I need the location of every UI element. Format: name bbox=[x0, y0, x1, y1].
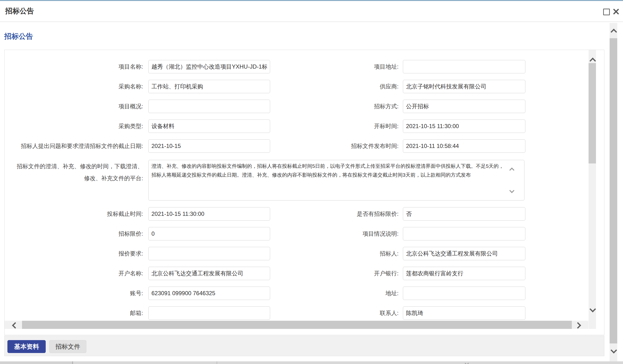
tender-announcement-modal: 招标公告 招标公告 项目名称:采购名称:项目概况:采购类型:招标人提出问题和要求… bbox=[0, 0, 623, 364]
horizontal-scrollbar-thumb[interactable] bbox=[22, 321, 572, 329]
email-input[interactable] bbox=[148, 306, 270, 320]
account-number-label: 账号: bbox=[12, 286, 143, 300]
background-divider bbox=[72, 361, 73, 364]
tenderer-input[interactable] bbox=[403, 247, 525, 260]
footer-tabbar: 基本资料 招标文件 bbox=[4, 336, 604, 356]
purchase-type-input[interactable] bbox=[148, 120, 270, 133]
background-chevron-fragment bbox=[465, 361, 469, 364]
inner-vertical-scrollbar-thumb[interactable] bbox=[589, 63, 596, 163]
purchase-name-input[interactable] bbox=[148, 80, 270, 93]
project-name-input[interactable] bbox=[148, 60, 270, 73]
has-price-limit-label: 是否有招标限价: bbox=[278, 207, 399, 221]
tab-basic-info[interactable]: 基本资料 bbox=[7, 340, 46, 353]
address-input[interactable] bbox=[403, 286, 525, 300]
purchase-type-label: 采购类型: bbox=[12, 120, 143, 133]
purchase-name-label: 采购名称: bbox=[12, 80, 143, 93]
tender-doc-publish-time-label: 招标文件发布时间: bbox=[278, 139, 399, 153]
bid-price-limit-input[interactable] bbox=[148, 227, 270, 241]
project-description-input[interactable] bbox=[403, 227, 525, 241]
close-icon[interactable] bbox=[612, 8, 620, 15]
quote-requirements-input[interactable] bbox=[148, 247, 270, 260]
has-price-limit-input[interactable] bbox=[403, 207, 525, 221]
tender-method-input[interactable] bbox=[403, 100, 525, 113]
bank-label: 开户银行: bbox=[278, 267, 399, 280]
supplier-label: 供应商: bbox=[278, 80, 399, 93]
titlebar-divider bbox=[0, 21, 623, 22]
modal-title: 招标公告 bbox=[5, 6, 34, 16]
project-overview-label: 项目概况: bbox=[12, 100, 143, 113]
maximize-icon[interactable] bbox=[603, 9, 610, 15]
background-page-edge bbox=[0, 361, 623, 364]
clarification-deadline-input[interactable] bbox=[148, 139, 270, 153]
account-name-input[interactable] bbox=[148, 267, 270, 280]
tenderer-label: 招标人: bbox=[278, 247, 399, 260]
bid-deadline-input[interactable] bbox=[148, 207, 270, 221]
address-label: 地址: bbox=[278, 286, 399, 300]
clarification-deadline-label: 招标人提出问题和要求澄清招标文件的截止日期: bbox=[12, 139, 143, 153]
clarification-platform-textarea[interactable]: 澄清、补充、修改的内容影响投标文件编制的，招标人将在投标截止时间5日前，以电子文… bbox=[148, 160, 524, 201]
bid-opening-time-input[interactable] bbox=[403, 120, 525, 133]
contact-person-label: 联系人: bbox=[278, 306, 399, 320]
bid-opening-time-label: 开标时间: bbox=[278, 120, 399, 133]
bank-input[interactable] bbox=[403, 267, 525, 280]
tender-doc-publish-time-input[interactable] bbox=[403, 139, 525, 153]
outer-vertical-scrollbar-thumb[interactable] bbox=[610, 38, 617, 344]
clarification-platform-label: 招标文件的澄清、补充、修改的时间，下载澄清、修改、补充文件的平台: bbox=[12, 160, 143, 185]
tab-tender-documents[interactable]: 招标文件 bbox=[49, 340, 86, 353]
tender-method-label: 招标方式: bbox=[278, 100, 399, 113]
project-description-label: 项目情况说明: bbox=[278, 227, 399, 241]
account-name-label: 开户名称: bbox=[12, 267, 143, 280]
project-overview-input[interactable] bbox=[148, 100, 270, 113]
contact-person-input[interactable] bbox=[403, 306, 525, 320]
project-address-label: 项目地址: bbox=[278, 60, 399, 73]
background-divider bbox=[217, 361, 217, 364]
project-name-label: 项目名称: bbox=[12, 60, 143, 73]
bid-price-limit-label: 招标限价: bbox=[12, 227, 143, 241]
background-segment bbox=[0, 361, 72, 364]
account-number-input[interactable] bbox=[148, 286, 270, 300]
project-address-input[interactable] bbox=[403, 60, 525, 73]
email-label: 邮箱: bbox=[12, 306, 143, 320]
section-title: 招标公告 bbox=[4, 32, 33, 41]
quote-requirements-label: 报价要求: bbox=[12, 247, 143, 260]
top-accent-line bbox=[0, 0, 623, 1]
supplier-input[interactable] bbox=[403, 80, 525, 93]
bid-deadline-label: 投标截止时间: bbox=[12, 207, 143, 221]
